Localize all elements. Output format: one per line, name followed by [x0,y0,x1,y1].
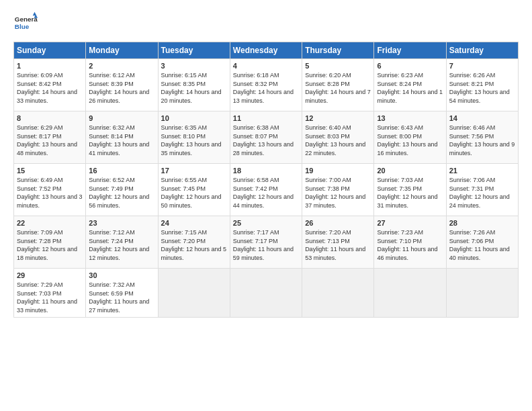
day-info: Sunrise: 7:03 AMSunset: 7:35 PMDaylight:… [377,177,437,209]
day-info: Sunrise: 6:46 AMSunset: 7:56 PMDaylight:… [449,124,515,156]
day-number: 27 [377,219,443,227]
day-info: Sunrise: 6:32 AMSunset: 8:14 PMDaylight:… [89,124,149,156]
day-info: Sunrise: 6:12 AMSunset: 8:39 PMDaylight:… [89,72,149,104]
day-number: 3 [161,62,227,70]
logo-icon: General Blue [13,11,38,35]
day-cell-22: 22 Sunrise: 7:09 AMSunset: 7:28 PMDaylig… [14,216,86,269]
day-info: Sunrise: 6:29 AMSunset: 8:17 PMDaylight:… [17,124,77,156]
day-info: Sunrise: 6:52 AMSunset: 7:49 PMDaylight:… [89,177,149,209]
day-cell-30: 30 Sunrise: 7:32 AMSunset: 6:59 PMDaylig… [86,269,158,318]
day-number: 12 [305,114,371,122]
day-info: Sunrise: 7:17 AMSunset: 7:17 PMDaylight:… [233,229,294,261]
day-number: 6 [377,62,443,70]
day-number: 1 [17,62,83,70]
day-cell-3: 3 Sunrise: 6:15 AMSunset: 8:35 PMDayligh… [158,59,230,111]
empty-cell [446,269,518,318]
day-info: Sunrise: 7:06 AMSunset: 7:31 PMDaylight:… [449,177,510,209]
weekday-thursday: Thursday [302,42,374,59]
day-cell-2: 2 Sunrise: 6:12 AMSunset: 8:39 PMDayligh… [86,59,158,111]
weekday-friday: Friday [374,42,446,59]
day-cell-28: 28 Sunrise: 7:26 AMSunset: 7:06 PMDaylig… [446,216,518,269]
day-cell-27: 27 Sunrise: 7:23 AMSunset: 7:10 PMDaylig… [374,216,446,269]
week-row-3: 15 Sunrise: 6:49 AMSunset: 7:52 PMDaylig… [14,164,519,216]
day-number: 4 [233,62,299,70]
day-info: Sunrise: 6:20 AMSunset: 8:28 PMDaylight:… [305,72,371,104]
day-cell-8: 8 Sunrise: 6:29 AMSunset: 8:17 PMDayligh… [14,111,86,164]
day-info: Sunrise: 6:35 AMSunset: 8:10 PMDaylight:… [161,124,222,156]
day-info: Sunrise: 7:12 AMSunset: 7:24 PMDaylight:… [89,229,149,261]
day-number: 14 [449,114,515,122]
day-cell-26: 26 Sunrise: 7:20 AMSunset: 7:13 PMDaylig… [302,216,374,269]
day-number: 15 [17,167,83,175]
day-cell-4: 4 Sunrise: 6:18 AMSunset: 8:32 PMDayligh… [230,59,302,111]
day-cell-17: 17 Sunrise: 6:55 AMSunset: 7:45 PMDaylig… [158,164,230,216]
day-cell-5: 5 Sunrise: 6:20 AMSunset: 8:28 PMDayligh… [302,59,374,111]
day-cell-24: 24 Sunrise: 7:15 AMSunset: 7:20 PMDaylig… [158,216,230,269]
day-cell-14: 14 Sunrise: 6:46 AMSunset: 7:56 PMDaylig… [446,111,518,164]
day-info: Sunrise: 7:09 AMSunset: 7:28 PMDaylight:… [17,229,77,261]
day-cell-10: 10 Sunrise: 6:35 AMSunset: 8:10 PMDaylig… [158,111,230,164]
day-cell-7: 7 Sunrise: 6:26 AMSunset: 8:21 PMDayligh… [446,59,518,111]
empty-cell [374,269,446,318]
day-info: Sunrise: 7:00 AMSunset: 7:38 PMDaylight:… [305,177,365,209]
day-info: Sunrise: 6:55 AMSunset: 7:45 PMDaylight:… [161,177,222,209]
week-row-5: 29 Sunrise: 7:29 AMSunset: 7:03 PMDaylig… [14,269,519,318]
weekday-monday: Monday [86,42,158,59]
day-number: 26 [305,219,371,227]
day-number: 18 [233,167,299,175]
empty-cell [158,269,230,318]
day-cell-12: 12 Sunrise: 6:40 AMSunset: 8:03 PMDaylig… [302,111,374,164]
week-row-1: 1 Sunrise: 6:09 AMSunset: 8:42 PMDayligh… [14,59,519,111]
day-info: Sunrise: 6:49 AMSunset: 7:52 PMDaylight:… [17,177,83,209]
empty-cell [302,269,374,318]
day-cell-1: 1 Sunrise: 6:09 AMSunset: 8:42 PMDayligh… [14,59,86,111]
day-number: 2 [89,62,154,70]
day-number: 20 [377,167,443,175]
day-number: 23 [89,219,154,227]
day-number: 29 [17,271,83,279]
day-number: 22 [17,219,83,227]
day-number: 10 [161,114,227,122]
weekday-saturday: Saturday [446,42,518,59]
day-number: 25 [233,219,299,227]
day-number: 24 [161,219,227,227]
day-cell-21: 21 Sunrise: 7:06 AMSunset: 7:31 PMDaylig… [446,164,518,216]
day-info: Sunrise: 7:29 AMSunset: 7:03 PMDaylight:… [17,281,77,314]
day-cell-11: 11 Sunrise: 6:38 AMSunset: 8:07 PMDaylig… [230,111,302,164]
day-info: Sunrise: 7:15 AMSunset: 7:20 PMDaylight:… [161,229,227,261]
day-cell-25: 25 Sunrise: 7:17 AMSunset: 7:17 PMDaylig… [230,216,302,269]
day-number: 19 [305,167,371,175]
day-info: Sunrise: 6:40 AMSunset: 8:03 PMDaylight:… [305,124,365,156]
day-number: 8 [17,114,83,122]
day-info: Sunrise: 6:38 AMSunset: 8:07 PMDaylight:… [233,124,294,156]
week-row-2: 8 Sunrise: 6:29 AMSunset: 8:17 PMDayligh… [14,111,519,164]
logo: General Blue [13,11,38,35]
svg-text:Blue: Blue [15,23,30,30]
day-cell-29: 29 Sunrise: 7:29 AMSunset: 7:03 PMDaylig… [14,269,86,318]
day-number: 17 [161,167,227,175]
day-cell-19: 19 Sunrise: 7:00 AMSunset: 7:38 PMDaylig… [302,164,374,216]
day-cell-9: 9 Sunrise: 6:32 AMSunset: 8:14 PMDayligh… [86,111,158,164]
calendar: SundayMondayTuesdayWednesdayThursdayFrid… [13,42,519,318]
day-number: 13 [377,114,443,122]
day-info: Sunrise: 6:43 AMSunset: 8:00 PMDaylight:… [377,124,437,156]
day-info: Sunrise: 6:58 AMSunset: 7:42 PMDaylight:… [233,177,294,209]
day-info: Sunrise: 7:23 AMSunset: 7:10 PMDaylight:… [377,229,437,261]
day-number: 28 [449,219,515,227]
day-cell-20: 20 Sunrise: 7:03 AMSunset: 7:35 PMDaylig… [374,164,446,216]
weekday-header-row: SundayMondayTuesdayWednesdayThursdayFrid… [14,42,519,59]
day-number: 16 [89,167,154,175]
day-cell-16: 16 Sunrise: 6:52 AMSunset: 7:49 PMDaylig… [86,164,158,216]
day-cell-15: 15 Sunrise: 6:49 AMSunset: 7:52 PMDaylig… [14,164,86,216]
weekday-tuesday: Tuesday [158,42,230,59]
day-info: Sunrise: 6:23 AMSunset: 8:24 PMDaylight:… [377,72,443,104]
day-number: 9 [89,114,154,122]
day-number: 5 [305,62,371,70]
day-info: Sunrise: 6:26 AMSunset: 8:21 PMDaylight:… [449,72,510,104]
day-number: 30 [89,271,154,279]
day-info: Sunrise: 7:20 AMSunset: 7:13 PMDaylight:… [305,229,365,261]
day-cell-23: 23 Sunrise: 7:12 AMSunset: 7:24 PMDaylig… [86,216,158,269]
day-cell-18: 18 Sunrise: 6:58 AMSunset: 7:42 PMDaylig… [230,164,302,216]
day-cell-13: 13 Sunrise: 6:43 AMSunset: 8:00 PMDaylig… [374,111,446,164]
day-info: Sunrise: 7:26 AMSunset: 7:06 PMDaylight:… [449,229,510,261]
